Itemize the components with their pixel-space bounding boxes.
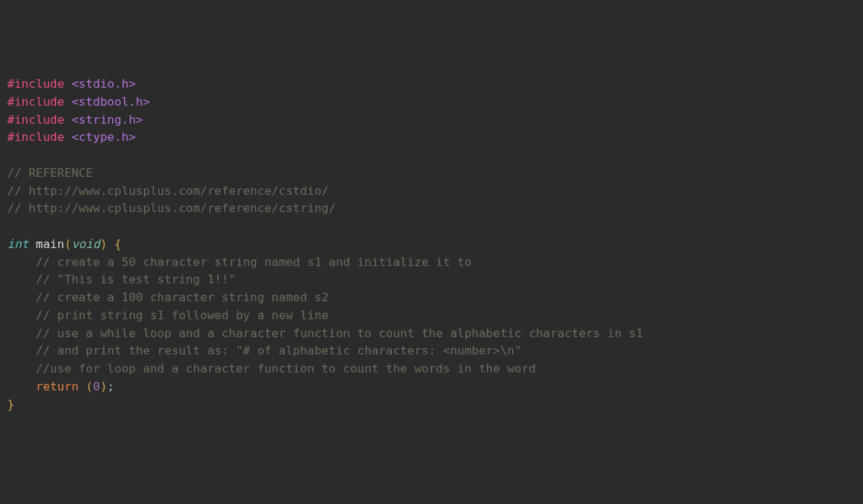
comment-line: // create a 50 character string named s1… bbox=[7, 254, 856, 272]
comment-line: //use for loop and a character function … bbox=[7, 360, 856, 378]
comment-line: // print string s1 followed by a new lin… bbox=[7, 307, 856, 325]
comment-line: // http://www.cplusplus.com/reference/cs… bbox=[7, 200, 856, 218]
comment-line: // http://www.cplusplus.com/reference/cs… bbox=[7, 183, 856, 201]
include-line: #include <stdbool.h> bbox=[7, 93, 856, 111]
include-line: #include <ctype.h> bbox=[7, 129, 856, 147]
code-editor[interactable]: #include <stdio.h>#include <stdbool.h>#i… bbox=[7, 75, 856, 413]
comment-line: // and print the result as: "# of alphab… bbox=[7, 342, 856, 360]
comment-line: // create a 100 character string named s… bbox=[7, 289, 856, 307]
include-line: #include <stdio.h> bbox=[7, 75, 856, 93]
main-signature: int main(void) { bbox=[7, 236, 856, 254]
blank-line bbox=[7, 147, 856, 165]
comment-line: // "This is test string 1!!" bbox=[7, 271, 856, 289]
comment-line: // REFERENCE bbox=[7, 165, 856, 183]
comment-line: // use a while loop and a character func… bbox=[7, 325, 856, 343]
include-line: #include <string.h> bbox=[7, 111, 856, 129]
close-brace: } bbox=[7, 396, 856, 414]
return-statement: return (0); bbox=[7, 378, 856, 396]
blank-line bbox=[7, 218, 856, 236]
